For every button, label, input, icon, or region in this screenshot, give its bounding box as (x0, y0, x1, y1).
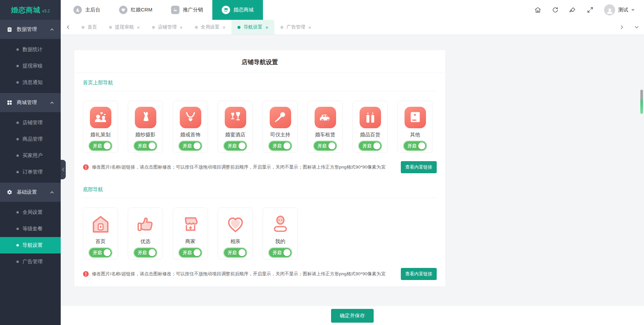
sidebar-group-settings[interactable]: 基础设置 (0, 183, 61, 202)
wedding-dress-icon[interactable] (135, 107, 156, 128)
user-menu[interactable]: 测试 (604, 4, 635, 15)
nav-card-home[interactable]: 首页 开启 (83, 207, 118, 260)
enable-toggle[interactable]: 开启 (224, 248, 247, 257)
close-icon[interactable]: × (265, 25, 268, 30)
toggle-label: 开启 (183, 250, 192, 256)
app-tab-marriage-mall[interactable]: 婚恋商城 (212, 0, 263, 20)
nav-card-wedding-dress-photo[interactable]: 婚纱摄影 开启 (128, 101, 163, 153)
fullscreen-icon[interactable] (587, 6, 594, 13)
enable-toggle[interactable]: 开启 (404, 141, 426, 150)
sidebar-item-product-mgmt[interactable]: 商品管理 (0, 131, 61, 147)
nav-card-wedding-planning[interactable]: 婚礼策划 开启 (83, 101, 118, 153)
bottom-nav-note-row: 修改图片/名称/超链接，请点击图标修改；可以按住不放拖动项目调整前后顺序，开启显… (83, 262, 437, 286)
page-scrollbar-thumb[interactable] (640, 90, 643, 114)
thumbs-up-icon[interactable] (135, 214, 156, 235)
app-tab-main-admin[interactable]: 主后台 (64, 0, 110, 20)
bullet-dot-icon (16, 138, 19, 140)
sidebar-item-withdraw-review[interactable]: 提现审核 (0, 58, 61, 74)
candles-icon[interactable] (360, 107, 381, 128)
nav-card-matchmaking[interactable]: 相亲 开启 (218, 207, 253, 260)
sidebar-item-buyer-users[interactable]: 买家用户 (0, 147, 61, 164)
necklace-icon[interactable] (180, 107, 201, 128)
tabs-scroll-right[interactable] (614, 20, 629, 35)
warning-icon (83, 164, 89, 170)
app-tab-promotion[interactable]: 推广分销 (162, 0, 212, 20)
nav-card-label: 其他 (410, 132, 420, 138)
close-icon[interactable]: × (137, 25, 140, 30)
nav-card-merchants[interactable]: 商家 开启 (173, 207, 208, 260)
app-logo-title: 婚恋商城 (11, 5, 41, 15)
enable-toggle[interactable]: 开启 (269, 141, 291, 150)
heart-icon[interactable] (225, 214, 246, 235)
nav-card-wedding-rings[interactable]: 婚戒首饰 开启 (173, 101, 208, 153)
tab-nav-settings[interactable]: 导航设置× (231, 20, 274, 35)
microphone-icon[interactable] (270, 107, 291, 128)
sidebar-item-order-mgmt[interactable]: 订单管理 (0, 164, 61, 180)
enable-toggle[interactable]: 开启 (224, 141, 247, 150)
sidebar-item-ad-mgmt[interactable]: 广告管理 (0, 253, 61, 270)
enable-toggle[interactable]: 开启 (314, 141, 336, 150)
nav-card-picks[interactable]: 优选 开启 (128, 207, 163, 260)
nav-card-wedding-car[interactable]: 婚车租赁 开启 (308, 101, 343, 153)
sidebar-item-label: 商品管理 (22, 136, 43, 142)
sidebar-item-level-packages[interactable]: 等级套餐 (0, 221, 61, 237)
tab-home[interactable]: 首页 (75, 20, 103, 35)
toggle-label: 开启 (138, 250, 147, 256)
view-builtin-links-button[interactable]: 查看内置链接 (401, 268, 437, 280)
nav-card-label: 婚礼策划 (91, 132, 111, 138)
save-button[interactable]: 确定并保存 (331, 309, 374, 323)
sidebar-item-nav-settings[interactable]: 导航设置 (0, 237, 61, 253)
enable-toggle[interactable]: 开启 (359, 141, 381, 150)
home-icon[interactable] (534, 6, 541, 13)
theme-brush-icon[interactable] (569, 6, 576, 13)
tab-dot-icon (82, 26, 85, 29)
wedding-car-icon[interactable] (315, 107, 336, 128)
sidebar-item-data-stats[interactable]: 数据统计 (0, 41, 61, 58)
tab-withdraw-review[interactable]: 提现审核× (103, 20, 146, 35)
home-icon[interactable] (90, 214, 111, 235)
enable-toggle[interactable]: 开启 (89, 248, 112, 257)
storefront-icon[interactable] (180, 214, 201, 235)
enable-toggle[interactable]: 开启 (134, 248, 157, 257)
wedding-planning-icon[interactable] (90, 107, 111, 128)
enable-toggle[interactable]: 开启 (134, 141, 157, 150)
nav-card-emcee[interactable]: 司仪主持 开启 (263, 101, 298, 153)
book-heart-icon[interactable] (405, 107, 426, 128)
view-builtin-links-button[interactable]: 查看内置链接 (401, 161, 437, 173)
wine-glasses-icon[interactable] (225, 107, 246, 128)
tabs-menu-toggle[interactable] (629, 20, 644, 35)
avatar (604, 4, 615, 15)
sidebar-submenu-mall: 店铺管理 商品管理 买家用户 订单管理 (0, 112, 61, 183)
sidebar-group-data[interactable]: 数据管理 (0, 20, 61, 39)
sidebar-item-notifications[interactable]: 消息通知 (0, 74, 61, 91)
tab-global-settings[interactable]: 全局设置× (189, 20, 232, 35)
nav-card-banquet-hotel[interactable]: 婚宴酒店 开启 (218, 101, 253, 153)
sidebar-group-mall[interactable]: 商城管理 (0, 93, 61, 112)
enable-toggle[interactable]: 开启 (179, 248, 202, 257)
toggle-label: 开启 (138, 143, 147, 149)
sidebar-collapse-handle[interactable] (61, 160, 66, 179)
enable-toggle[interactable]: 开启 (179, 141, 202, 150)
nav-card-profile[interactable]: 我的 开启 (263, 207, 298, 260)
sidebar-item-global-settings[interactable]: 全局设置 (0, 204, 61, 221)
tab-shop-mgmt[interactable]: 店铺管理× (146, 20, 189, 35)
sidebar-item-shop-mgmt[interactable]: 店铺管理 (0, 114, 61, 131)
refresh-icon[interactable] (552, 6, 559, 13)
nav-card-other[interactable]: 其他 开启 (397, 101, 433, 153)
tabs-scroll-left[interactable] (61, 20, 75, 35)
sidebar-submenu-settings: 全局设置 等级套餐 导航设置 广告管理 (0, 202, 61, 272)
close-icon[interactable]: × (223, 25, 226, 30)
close-icon[interactable]: × (180, 25, 183, 30)
nav-card-label: 商家 (185, 238, 196, 245)
enable-toggle[interactable]: 开启 (89, 141, 112, 150)
enable-toggle[interactable]: 开启 (269, 248, 291, 257)
heart-circle-icon (119, 6, 127, 14)
user-icon[interactable] (270, 214, 291, 235)
nav-card-wedding-goods[interactable]: 婚品百货 开启 (353, 101, 388, 153)
close-icon[interactable]: × (308, 25, 311, 30)
app-tab-matchmaker-crm[interactable]: 红娘CRM (110, 0, 162, 20)
toggle-label: 开启 (273, 250, 281, 256)
sidebar-submenu-data: 数据统计 提现审核 消息通知 (0, 39, 61, 93)
top-nav-cards-row: 婚礼策划 开启 婚纱摄影 开启 婚戒首饰 开启 婚宴酒店 开启 (83, 91, 437, 155)
tab-ad-mgmt[interactable]: 广告管理× (274, 20, 317, 35)
